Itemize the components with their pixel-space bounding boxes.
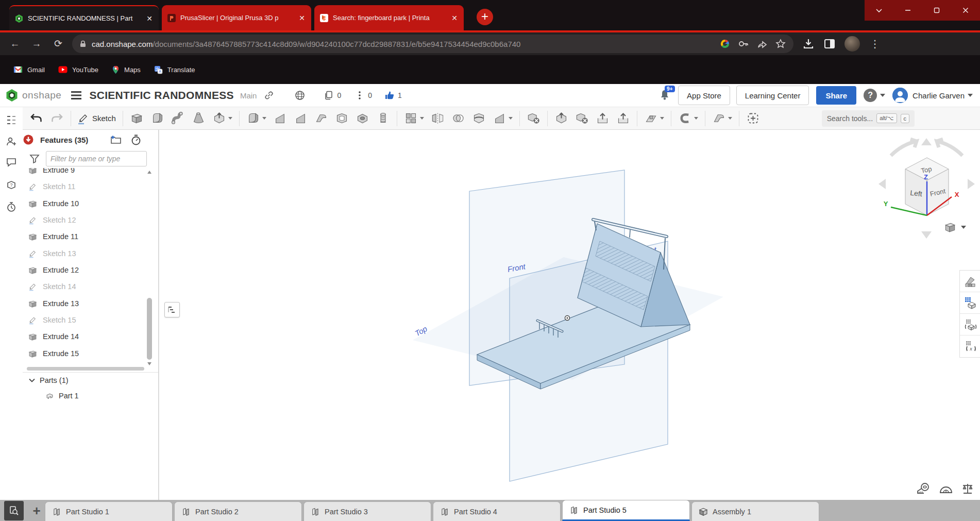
delete-part-tool[interactable] [527,111,540,125]
browser-menu-icon[interactable]: ⋮ [869,38,881,50]
feature-item-extrude-11[interactable]: Extrude 11 [23,228,146,245]
export-tool[interactable] [616,111,630,125]
shell-tool[interactable] [335,111,349,125]
move-face-tool[interactable] [554,111,568,125]
tab-part-studio-3[interactable]: Part Studio 3 [303,501,431,521]
help-cube-icon[interactable]: ? [6,179,17,191]
tab-part-studio-5[interactable]: Part Studio 5 [562,500,690,521]
extrude-tool[interactable] [130,111,144,125]
fillet-menu-caret[interactable] [262,117,266,120]
display-states-button[interactable] [960,292,980,314]
feature-item-extrude-13[interactable]: Extrude 13 [23,295,146,312]
learning-center-button[interactable]: Learning Center [736,86,809,105]
tab-part-studio-2[interactable]: Part Studio 2 [174,501,302,521]
loft-tool[interactable] [192,111,206,125]
sheet-metal-menu-caret[interactable] [728,117,732,120]
origin-marker[interactable] [565,316,570,321]
user-avatar[interactable] [892,88,908,103]
window-close-button[interactable] [951,0,980,21]
public-globe-icon[interactable] [295,90,305,100]
tab-close-icon[interactable]: ✕ [298,14,306,22]
undo-button[interactable] [29,111,43,125]
draft-tool[interactable] [294,111,308,125]
feature-item-extrude-10[interactable]: Extrude 10 [23,195,146,212]
pattern-menu-caret[interactable] [420,117,424,120]
protractor-icon[interactable] [939,482,953,495]
delete-face-tool[interactable] [575,111,589,125]
redo-button[interactable] [50,111,64,125]
sheet-metal-tool[interactable] [712,111,726,125]
boolean-tool[interactable] [451,111,465,125]
history-timer-icon[interactable] [6,201,17,212]
address-bar[interactable]: cad.onshape.com/documents/3a487645788577… [72,35,793,53]
search-tools-box[interactable]: Search tools... alt/⌥ c [822,110,915,127]
filter-funnel-icon[interactable] [29,154,40,164]
feature-list-toggle-button[interactable] [164,302,180,317]
scroll-down-icon[interactable] [147,362,152,366]
window-menu-button[interactable] [865,0,893,21]
graphics-viewport[interactable]: Right Front Top [159,130,980,500]
followers-icon[interactable] [354,90,365,100]
help-caret-icon[interactable] [880,94,885,97]
feature-item-extrude-15[interactable]: Extrude 15 [23,345,146,362]
link-icon[interactable] [264,90,274,100]
import-derived-tool[interactable] [596,111,610,125]
feature-item-sketch-12[interactable]: Sketch 12 [23,212,146,228]
new-tab-button[interactable]: + [477,9,493,25]
search-tabs-button[interactable] [4,501,24,520]
notifications-button[interactable]: 9+ [658,89,672,102]
comments-icon[interactable] [6,157,17,168]
bookmark-translate[interactable]: 文 A Translate [154,65,195,74]
bookmark-gmail[interactable]: Gmail [13,66,45,74]
rib-tool[interactable] [314,111,328,125]
add-folder-icon[interactable] [110,135,122,145]
feature-item-sketch-14[interactable]: Sketch 14 [23,278,146,295]
share-page-icon[interactable] [756,38,768,49]
sweep-tool[interactable] [171,111,185,125]
curve-menu-caret[interactable] [694,117,698,120]
bookmark-youtube[interactable]: YouTube [58,66,98,74]
browser-tab-onshape[interactable]: SCIENTIFIC RANDOMNESS | Part ✕ [9,5,159,30]
feature-item-extrude-9[interactable]: Extrude 9 [23,168,146,178]
mass-properties-icon[interactable] [961,482,974,495]
tape-measure-icon[interactable] [917,482,931,495]
features-scrollbar[interactable] [146,170,153,366]
like-icon[interactable] [384,90,395,100]
user-menu-caret-icon[interactable] [968,94,973,97]
configurations-button[interactable] [960,314,980,335]
mirror-tool[interactable] [431,111,445,125]
google-lens-icon[interactable] [719,38,731,49]
modify-fillet-tool[interactable] [493,111,506,125]
appearance-panel-button[interactable] [960,271,980,292]
scrollbar-thumb[interactable] [147,298,152,360]
feature-item-sketch-15[interactable]: Sketch 15 [23,312,146,328]
split-tool[interactable] [472,111,486,125]
bookmark-maps[interactable]: Maps [112,65,141,74]
sketch-button[interactable]: Sketch [77,112,116,125]
main-menu-icon[interactable] [71,91,82,100]
follow-mode-icon[interactable] [6,136,17,147]
selection-tools[interactable] [746,111,760,125]
plane-menu-caret[interactable] [660,117,664,120]
browser-tab-printables[interactable]: Search: fingerboard park | Printa ✕ [314,5,464,30]
copies-icon[interactable] [324,90,334,100]
filter-input[interactable]: Filter by name or type [46,151,147,166]
tab-part-studio-1[interactable]: Part Studio 1 [45,501,173,521]
modify-menu-caret[interactable] [509,117,513,120]
profile-avatar[interactable] [844,36,860,52]
rollback-status-icon[interactable] [23,134,34,145]
features-hscrollbar[interactable] [27,367,144,371]
linear-pattern-tool[interactable] [404,111,418,125]
app-store-button[interactable]: App Store [678,86,730,105]
workspace-name[interactable]: Main [240,91,257,100]
feature-item-sketch-13[interactable]: Sketch 13 [23,245,146,262]
hole-tool[interactable] [356,111,369,125]
view-cube-left-label[interactable]: Left [910,189,923,198]
variable-studio-button[interactable]: x [960,335,980,357]
rollback-timer-icon[interactable] [130,134,142,145]
share-button[interactable]: Share [816,86,856,105]
feature-item-extrude-14[interactable]: Extrude 14 [23,328,146,345]
bookmark-star-icon[interactable] [775,38,786,49]
thicken-tool[interactable] [212,111,226,125]
view-options-button[interactable] [943,221,966,234]
